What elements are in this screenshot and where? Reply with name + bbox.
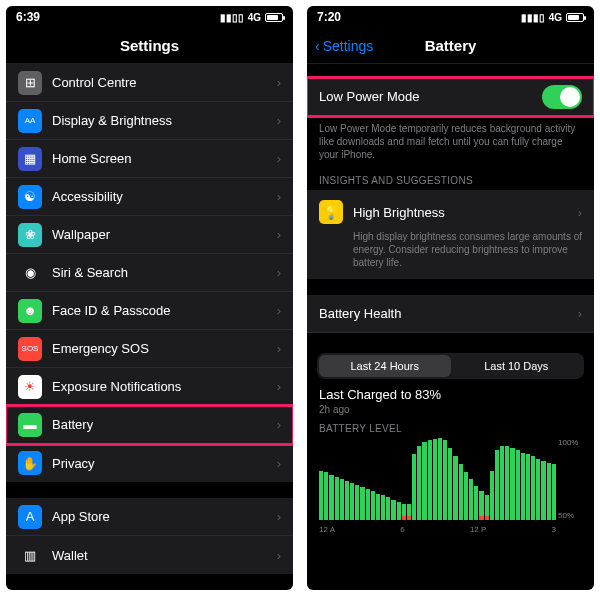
- x-tick: 12 P: [470, 525, 486, 534]
- chart-bar: [391, 500, 395, 521]
- chevron-right-icon: ›: [277, 265, 281, 280]
- chart-bar: [386, 497, 390, 520]
- row-label: Home Screen: [52, 151, 277, 166]
- chart-bar: [428, 440, 432, 520]
- x-tick: 12 A: [319, 525, 335, 534]
- low-power-mode-switch[interactable]: [542, 85, 582, 109]
- chart-bar: [402, 504, 406, 520]
- siri-icon: ◉: [18, 261, 42, 285]
- chart-bar: [531, 456, 535, 520]
- wallpaper-icon: ❀: [18, 223, 42, 247]
- last-charged-title: Last Charged to 83%: [307, 387, 594, 402]
- x-tick: 3: [552, 525, 556, 534]
- settings-row-battery[interactable]: ▬Battery›: [6, 406, 293, 444]
- last-charged-subtitle: 2h ago: [307, 402, 594, 423]
- chart-bar: [453, 456, 457, 520]
- chart-bar: [324, 472, 328, 520]
- status-bar: 7:20 ▮▮▮▯ 4G: [307, 6, 594, 28]
- privacy-icon: ✋: [18, 451, 42, 475]
- display-icon: AA: [18, 109, 42, 133]
- settings-row-privacy[interactable]: ✋Privacy›: [6, 444, 293, 482]
- settings-row-accessibility[interactable]: ☯Accessibility›: [6, 178, 293, 216]
- status-time: 7:20: [317, 10, 341, 24]
- chart-bar: [474, 486, 478, 520]
- settings-row-emergency-sos[interactable]: SOSEmergency SOS›: [6, 330, 293, 368]
- segment-last-10d[interactable]: Last 10 Days: [451, 355, 583, 377]
- row-label: Emergency SOS: [52, 341, 277, 356]
- chart-bar: [469, 479, 473, 520]
- row-label: Accessibility: [52, 189, 277, 204]
- settings-row-home-screen[interactable]: ▦Home Screen›: [6, 140, 293, 178]
- chart-bar: [495, 450, 499, 520]
- chevron-right-icon: ›: [578, 306, 582, 321]
- chart-bar: [360, 487, 364, 520]
- y-tick: 50%: [558, 511, 582, 520]
- row-label: Exposure Notifications: [52, 379, 277, 394]
- settings-row-face-id-passcode[interactable]: ☻Face ID & Passcode›: [6, 292, 293, 330]
- chart-bar: [335, 477, 339, 520]
- chart-bar: [448, 448, 452, 520]
- battery-level-header: BATTERY LEVEL: [307, 423, 594, 438]
- chart-bar: [490, 471, 494, 520]
- home-screen-icon: ▦: [18, 147, 42, 171]
- settings-row-app-store[interactable]: AApp Store›: [6, 498, 293, 536]
- low-power-mode-cell[interactable]: Low Power Mode: [307, 78, 594, 116]
- chart-bar: [355, 485, 359, 520]
- time-range-segment[interactable]: Last 24 Hours Last 10 Days: [317, 353, 584, 379]
- battery-health-cell[interactable]: Battery Health ›: [307, 295, 594, 333]
- status-right: ▮▮▯▯ 4G: [220, 12, 283, 23]
- chevron-right-icon: ›: [277, 417, 281, 432]
- chart-bar: [412, 454, 416, 520]
- row-label: Control Centre: [52, 75, 277, 90]
- insight-cell[interactable]: 💡 High Brightness › High display brightn…: [307, 190, 594, 279]
- settings-row-wallpaper[interactable]: ❀Wallpaper›: [6, 216, 293, 254]
- chart-bar: [536, 459, 540, 521]
- settings-row-control-centre[interactable]: ⊞Control Centre›: [6, 64, 293, 102]
- chart-bar: [479, 491, 483, 520]
- settings-list[interactable]: ⊞Control Centre›AADisplay & Brightness›▦…: [6, 64, 293, 590]
- nav-title: Battery: [425, 37, 477, 54]
- chevron-right-icon: ›: [277, 341, 281, 356]
- chevron-right-icon: ›: [277, 303, 281, 318]
- row-label: Wallpaper: [52, 227, 277, 242]
- chart-bar: [552, 464, 556, 520]
- signal-icon: ▮▮▮▯: [521, 12, 545, 23]
- low-power-mode-label: Low Power Mode: [319, 89, 542, 104]
- back-button[interactable]: ‹ Settings: [315, 38, 373, 54]
- chart-bar: [500, 446, 504, 520]
- row-label: Face ID & Passcode: [52, 303, 277, 318]
- chart-bar: [376, 494, 380, 520]
- battery-status-icon: [566, 13, 584, 22]
- settings-screen: 6:39 ▮▮▯▯ 4G Settings ⊞Control Centre›AA…: [6, 6, 293, 590]
- status-bar: 6:39 ▮▮▯▯ 4G: [6, 6, 293, 28]
- settings-row-exposure-notifications[interactable]: ☀Exposure Notifications›: [6, 368, 293, 406]
- chart-bar: [407, 504, 411, 520]
- chevron-right-icon: ›: [277, 189, 281, 204]
- faceid-icon: ☻: [18, 299, 42, 323]
- low-power-mode-description: Low Power Mode temporarily reduces backg…: [307, 116, 594, 161]
- wallet-icon: ▥: [18, 543, 42, 567]
- nav-bar: Settings: [6, 28, 293, 64]
- y-tick: 100%: [558, 438, 582, 447]
- chevron-right-icon: ›: [277, 227, 281, 242]
- chart-bar: [485, 495, 489, 520]
- battery-content[interactable]: Low Power Mode Low Power Mode temporaril…: [307, 64, 594, 590]
- chevron-right-icon: ›: [277, 456, 281, 471]
- accessibility-icon: ☯: [18, 185, 42, 209]
- chart-bar: [505, 446, 509, 520]
- chart-bar: [319, 471, 323, 520]
- settings-row-siri-search[interactable]: ◉Siri & Search›: [6, 254, 293, 292]
- segment-last-24h[interactable]: Last 24 Hours: [319, 355, 451, 377]
- settings-row-display-brightness[interactable]: AADisplay & Brightness›: [6, 102, 293, 140]
- network-label: 4G: [549, 12, 562, 23]
- signal-icon: ▮▮▯▯: [220, 12, 244, 23]
- chart-bar: [329, 475, 333, 520]
- battery-status-icon: [265, 13, 283, 22]
- chevron-right-icon: ›: [277, 509, 281, 524]
- settings-row-wallet[interactable]: ▥Wallet›: [6, 536, 293, 574]
- battery-level-chart: 100%50% 12 A612 P3: [319, 438, 582, 534]
- status-right: ▮▮▮▯ 4G: [521, 12, 584, 23]
- nav-title: Settings: [120, 37, 179, 54]
- chevron-right-icon: ›: [277, 379, 281, 394]
- row-label: App Store: [52, 509, 277, 524]
